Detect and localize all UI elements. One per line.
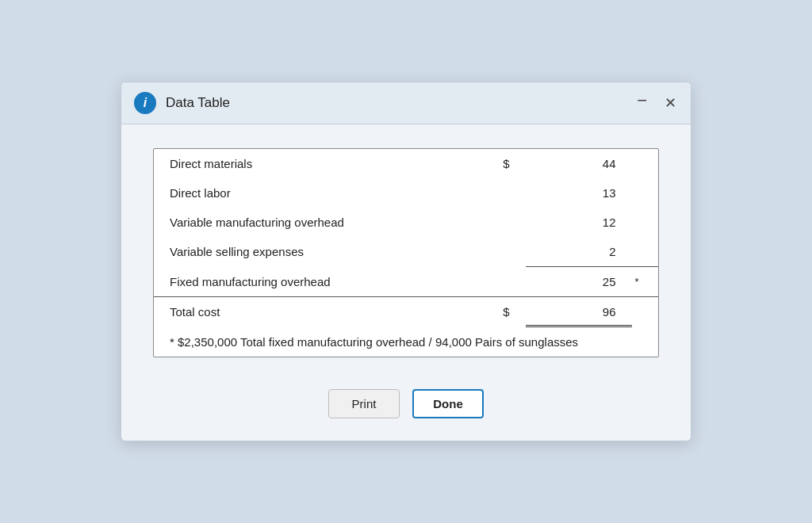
footnote-text: * $2,350,000 Total fixed manufacturing o… <box>154 326 658 357</box>
row-value: 2 <box>526 237 632 267</box>
row-label: Variable selling expenses <box>154 237 473 267</box>
table-row: Direct materials $ 44 <box>154 149 658 178</box>
table-row: Variable selling expenses 2 <box>154 237 658 267</box>
dialog-footer: Print Done <box>121 376 691 441</box>
table-row-total: Total cost $ 96 <box>154 296 658 326</box>
data-table-container: Direct materials $ 44 Direct labor 13 <box>153 148 659 358</box>
row-note <box>632 208 659 237</box>
row-label: Total cost <box>154 296 473 326</box>
row-label: Direct materials <box>154 149 473 178</box>
table-row: Variable manufacturing overhead 12 <box>154 208 658 237</box>
row-dollar <box>473 237 526 267</box>
dialog-title: Data Table <box>166 95 230 111</box>
row-label: Direct labor <box>154 178 473 208</box>
dialog-window: i Data Table − ✕ Direct materials $ 44 <box>121 82 691 442</box>
row-note: * <box>632 266 659 296</box>
row-label: Fixed manufacturing overhead <box>154 266 473 296</box>
row-dollar <box>473 208 526 237</box>
close-button[interactable]: ✕ <box>661 94 680 112</box>
data-table: Direct materials $ 44 Direct labor 13 <box>154 149 658 357</box>
row-note <box>632 178 659 208</box>
row-value: 96 <box>526 296 632 326</box>
info-icon: i <box>134 92 156 114</box>
row-dollar <box>473 266 526 296</box>
table-row: Direct labor 13 <box>154 178 658 208</box>
table-row: Fixed manufacturing overhead 25 * <box>154 266 658 296</box>
row-note <box>632 296 659 326</box>
dialog-body: Direct materials $ 44 Direct labor 13 <box>121 124 691 377</box>
row-dollar <box>473 178 526 208</box>
done-button[interactable]: Done <box>412 389 484 418</box>
print-button[interactable]: Print <box>328 389 400 418</box>
row-value: 12 <box>526 208 632 237</box>
row-value: 44 <box>526 149 632 178</box>
row-label: Variable manufacturing overhead <box>154 208 473 237</box>
title-bar: i Data Table − ✕ <box>121 82 691 124</box>
row-note <box>632 149 659 178</box>
title-bar-actions: − ✕ <box>634 90 680 116</box>
row-value: 25 <box>526 266 632 296</box>
footnote-row: * $2,350,000 Total fixed manufacturing o… <box>154 326 658 357</box>
row-dollar: $ <box>473 149 526 178</box>
row-value: 13 <box>526 178 632 208</box>
row-note <box>632 237 659 267</box>
minimize-button[interactable]: − <box>634 90 650 111</box>
row-dollar: $ <box>473 296 526 326</box>
